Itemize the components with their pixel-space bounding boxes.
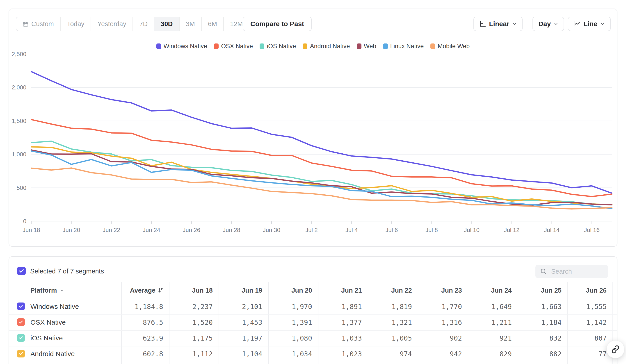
select-all-checkbox[interactable] <box>17 267 26 275</box>
day-value: 921 <box>468 330 518 346</box>
segment-checkbox[interactable] <box>17 302 25 310</box>
column-header-label: Jun 20 <box>291 287 312 294</box>
day-value: 1,770 <box>418 299 468 314</box>
column-header-jun-26: Jun 26 <box>567 282 613 299</box>
segment-name: Android Native <box>30 346 75 362</box>
day-value: 2,101 <box>219 299 268 314</box>
day-value: 974 <box>368 346 418 362</box>
day-value: 1,112 <box>169 346 219 362</box>
day-value: 1,819 <box>368 299 418 314</box>
column-header-label: Jun 21 <box>341 287 362 294</box>
share-link-button[interactable] <box>607 341 624 358</box>
day-value: 832 <box>518 330 567 346</box>
day-value: 942 <box>418 346 468 362</box>
average-value: 876.5 <box>121 314 169 330</box>
column-header-jun-21: Jun 21 <box>318 282 368 299</box>
day-value: 1,377 <box>318 314 368 330</box>
column-header-label: Jun 19 <box>241 287 262 294</box>
segment-checkbox[interactable] <box>17 334 25 342</box>
column-header-label: Jun 26 <box>586 287 607 294</box>
column-header-label: Platform <box>30 287 57 294</box>
usage-line-chart: 05001,0001,5002,0002,500Jun 18Jun 20Jun … <box>9 9 617 246</box>
column-header-label: Jun 25 <box>541 287 562 294</box>
svg-text:Jul 16: Jul 16 <box>584 227 599 233</box>
column-header-jun-18: Jun 18 <box>169 282 219 299</box>
svg-text:Jun 26: Jun 26 <box>183 227 200 233</box>
svg-text:Jul 2: Jul 2 <box>305 227 318 233</box>
column-header-label: Jun 24 <box>491 287 512 294</box>
svg-text:500: 500 <box>17 184 26 191</box>
column-header-jun-20: Jun 20 <box>268 282 318 299</box>
svg-text:2,500: 2,500 <box>12 51 26 57</box>
day-value: 1,184 <box>518 314 567 330</box>
day-value: 1,033 <box>318 330 368 346</box>
chevron-down-icon <box>60 288 64 292</box>
sort-descending-icon <box>158 288 163 293</box>
day-value: 1,970 <box>268 299 318 314</box>
table-row-ios-native: iOS Native623.91,1751,1971,0801,0331,005… <box>9 330 617 346</box>
svg-text:2,000: 2,000 <box>12 84 26 91</box>
day-value: 1,142 <box>567 314 613 330</box>
svg-text:0: 0 <box>23 218 26 224</box>
segment-checkbox[interactable] <box>17 350 25 358</box>
day-value: 1,453 <box>219 314 268 330</box>
segment-search <box>535 265 608 278</box>
column-header-label: Jun 23 <box>441 287 462 294</box>
svg-text:Jul 8: Jul 8 <box>426 227 438 233</box>
segments-table: PlatformAverageJun 18Jun 19Jun 20Jun 21J… <box>9 282 617 364</box>
search-icon <box>540 268 547 275</box>
column-header-jun-22: Jun 22 <box>368 282 418 299</box>
svg-text:Jun 22: Jun 22 <box>103 227 120 233</box>
day-value: 1,175 <box>169 330 219 346</box>
column-header-label: Jun 18 <box>192 287 213 294</box>
day-value: 882 <box>518 346 567 362</box>
day-value: 1,005 <box>368 330 418 346</box>
segments-header: Selected 7 of 7 segments <box>9 257 617 282</box>
average-value: 602.8 <box>121 346 169 362</box>
table-row-osx-native: OSX Native876.51,5201,4531,3911,3771,321… <box>9 314 617 331</box>
day-value: 1,391 <box>268 314 318 330</box>
column-header-jun-25: Jun 25 <box>518 282 567 299</box>
svg-text:Jun 18: Jun 18 <box>23 227 40 233</box>
svg-text:Jul 10: Jul 10 <box>464 227 479 233</box>
selected-summary: Selected 7 of 7 segments <box>30 267 104 275</box>
segment-name: iOS Native <box>30 330 63 346</box>
svg-text:Jul 14: Jul 14 <box>544 227 559 233</box>
day-value: 902 <box>418 330 468 346</box>
svg-text:Jun 30: Jun 30 <box>263 227 280 233</box>
column-header-jun-23: Jun 23 <box>418 282 468 299</box>
day-value: 1,663 <box>518 299 567 314</box>
day-value: 1,080 <box>268 330 318 346</box>
column-header-platform[interactable]: Platform <box>9 282 121 299</box>
column-header-jun-19: Jun 19 <box>219 282 268 299</box>
average-value: 623.9 <box>121 330 169 346</box>
segment-name: OSX Native <box>30 314 66 330</box>
day-value: 1,316 <box>418 314 468 330</box>
day-value: 1,023 <box>318 346 368 362</box>
svg-text:Jun 28: Jun 28 <box>223 227 240 233</box>
svg-text:1,500: 1,500 <box>12 118 26 124</box>
segment-checkbox[interactable] <box>17 318 25 326</box>
day-value: 1,520 <box>169 314 219 330</box>
day-value: 829 <box>468 346 518 362</box>
segment-name: Windows Native <box>30 299 79 314</box>
day-value: 1,034 <box>268 346 318 362</box>
svg-text:Jul 4: Jul 4 <box>346 227 358 233</box>
column-header-label: Average <box>130 287 156 294</box>
average-value: 1,184.8 <box>121 299 169 314</box>
day-value: 1,321 <box>368 314 418 330</box>
table-row-android-native: Android Native602.81,1121,1041,0341,0239… <box>9 346 617 362</box>
svg-text:Jun 20: Jun 20 <box>63 227 80 233</box>
column-header-label: Jun 22 <box>391 287 412 294</box>
chart-card: Custom Today Yesterday 7D 30D 3M 6M 12M … <box>8 8 618 247</box>
search-input[interactable] <box>551 268 603 275</box>
analytics-dashboard: Custom Today Yesterday 7D 30D 3M 6M 12M … <box>0 0 626 364</box>
svg-text:Jul 12: Jul 12 <box>504 227 519 233</box>
svg-text:Jun 24: Jun 24 <box>143 227 160 233</box>
table-row-windows-native: Windows Native1,184.82,2372,1011,9701,89… <box>9 299 617 315</box>
svg-text:Jul 6: Jul 6 <box>385 227 398 233</box>
link-icon <box>611 345 620 353</box>
segments-card: Selected 7 of 7 segments PlatformAverage… <box>8 256 618 364</box>
column-header-average[interactable]: Average <box>121 282 169 299</box>
column-header-jun-24: Jun 24 <box>468 282 518 299</box>
